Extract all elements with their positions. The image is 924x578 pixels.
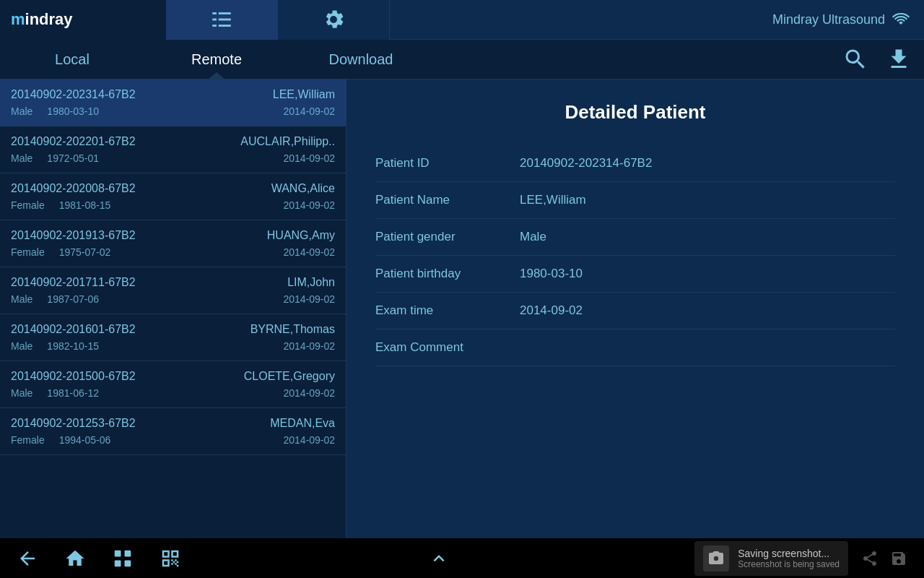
patient-name-cell: HUANG,Amy (267, 229, 335, 242)
logo-text: mindray (11, 10, 73, 29)
screenshot-title: Saving screenshot... (738, 548, 840, 559)
patient-list: 20140902-202314-67B2 Male 1980-03-10 LEE… (0, 79, 346, 538)
screenshot-text-area: Saving screenshot... Screenshot is being… (738, 548, 840, 569)
patient-exam-date: 2014-09-02 (283, 293, 335, 305)
patient-id-cell: 20140902-202201-67B2 (11, 135, 136, 148)
back-button[interactable] (14, 545, 40, 571)
patient-id-cell: 20140902-202008-67B2 (11, 182, 136, 195)
svg-rect-0 (212, 12, 217, 14)
patient-list-item[interactable]: 20140902-202201-67B2 Male 1972-05-01 AUC… (0, 126, 346, 173)
patient-birthday-label: Patient birthday (375, 267, 520, 281)
app-title: Mindray Ultrasound (772, 12, 885, 27)
exam-time-value: 2014-09-02 (520, 303, 583, 318)
svg-rect-5 (219, 25, 231, 27)
patient-id-cell: 20140902-201253-67B2 (11, 417, 136, 430)
detail-row-exam-time: Exam time 2014-09-02 (375, 293, 895, 329)
patient-exam-date: 2014-09-02 (240, 152, 335, 164)
patient-name-label: Patient Name (375, 193, 520, 207)
gear-icon (321, 7, 346, 32)
detail-panel: Detailed Patient Patient ID 20140902-202… (346, 79, 924, 538)
screenshot-toast: Saving screenshot... Screenshot is being… (694, 541, 848, 576)
recents-icon (112, 548, 134, 569)
patient-gender: Male (11, 293, 32, 305)
screenshot-icon (703, 545, 729, 571)
patient-birthday-value: 1980-03-10 (520, 267, 583, 281)
patient-dob: 1981-08-15 (59, 199, 111, 211)
svg-rect-4 (212, 25, 217, 27)
bottom-center-nav (426, 545, 452, 571)
patient-gender-label: Patient gender (375, 230, 520, 244)
patient-dob: 1994-05-06 (59, 434, 111, 446)
patient-list-item[interactable]: 20140902-202008-67B2 Female 1981-08-15 W… (0, 173, 346, 220)
patient-dob: 1981-06-12 (47, 387, 99, 399)
detail-row-patient-id: Patient ID 20140902-202314-67B2 (375, 145, 895, 182)
patient-list-item[interactable]: 20140902-202314-67B2 Male 1980-03-10 LEE… (0, 79, 346, 126)
up-icon (428, 548, 450, 569)
qr-icon (160, 548, 181, 569)
patient-gender: Male (11, 105, 32, 117)
patient-name-value: LEE,William (520, 193, 586, 207)
patient-id-cell: 20140902-201711-67B2 (11, 276, 136, 289)
download-icon (886, 46, 912, 72)
up-button[interactable] (426, 545, 452, 571)
tab-local[interactable]: Local (0, 40, 144, 79)
patient-gender: Male (11, 152, 32, 164)
patient-exam-date: 2014-09-02 (273, 105, 335, 117)
patient-dob: 1980-03-10 (47, 105, 99, 117)
settings-button[interactable] (278, 0, 390, 40)
recents-button[interactable] (110, 545, 136, 571)
tab-download[interactable]: Download (289, 40, 433, 79)
patient-name-cell: WANG,Alice (271, 182, 335, 195)
patient-gender-value: Male (520, 230, 546, 244)
home-button[interactable] (62, 545, 88, 571)
patient-exam-date: 2014-09-02 (270, 434, 335, 446)
detail-row-exam-comment: Exam Comment (375, 329, 895, 366)
patient-meta: Male 1980-03-10 (11, 105, 136, 117)
patient-meta: Female 1994-05-06 (11, 434, 136, 446)
home-icon (64, 548, 86, 569)
list-icon (209, 7, 234, 32)
save-icon (890, 550, 907, 567)
patient-id-label: Patient ID (375, 156, 520, 171)
patient-exam-date: 2014-09-02 (267, 246, 335, 258)
detail-row-patient-gender: Patient gender Male (375, 219, 895, 256)
patient-meta: Male 1982-10-15 (11, 340, 136, 352)
patient-id-cell: 20140902-201500-67B2 (11, 370, 136, 383)
share-icon (861, 550, 879, 567)
patient-name-cell: CLOETE,Gregory (244, 370, 335, 383)
patient-gender: Female (11, 199, 45, 211)
patient-dob: 1987-07-06 (47, 293, 99, 305)
svg-rect-6 (115, 550, 121, 556)
patient-id-cell: 20140902-202314-67B2 (11, 88, 136, 101)
patient-list-item[interactable]: 20140902-201601-67B2 Male 1982-10-15 BYR… (0, 314, 346, 361)
screenshot-save-button[interactable] (888, 548, 910, 569)
tab-remote[interactable]: Remote (144, 40, 289, 79)
svg-rect-9 (125, 560, 131, 566)
qr-button[interactable] (157, 545, 183, 571)
patient-list-item[interactable]: 20140902-201253-67B2 Female 1994-05-06 M… (0, 408, 346, 455)
patient-meta: Female 1981-08-15 (11, 199, 136, 211)
logo-area: mindray (0, 0, 166, 40)
svg-rect-1 (219, 12, 231, 14)
bottom-right-icons (859, 548, 910, 569)
bottom-left-nav (14, 545, 183, 571)
patient-gender: Male (11, 387, 32, 399)
bottom-bar: Saving screenshot... Screenshot is being… (0, 538, 924, 578)
download-button[interactable] (884, 45, 913, 74)
list-view-button[interactable] (166, 0, 278, 40)
patient-list-item[interactable]: 20140902-201500-67B2 Male 1981-06-12 CLO… (0, 361, 346, 408)
detail-row-patient-birthday: Patient birthday 1980-03-10 (375, 256, 895, 293)
patient-exam-date: 2014-09-02 (244, 387, 335, 399)
patient-meta: Male 1981-06-12 (11, 387, 136, 399)
search-icon (842, 46, 868, 72)
patient-dob: 1972-05-01 (47, 152, 99, 164)
detail-row-patient-name: Patient Name LEE,William (375, 182, 895, 219)
patient-meta: Male 1972-05-01 (11, 152, 136, 164)
top-nav-bar: mindray Mindray Ultrasound (0, 0, 924, 40)
patient-list-item[interactable]: 20140902-201913-67B2 Female 1975-07-02 H… (0, 220, 346, 267)
wifi-icon (892, 11, 910, 28)
share-button[interactable] (859, 548, 881, 569)
search-button[interactable] (841, 45, 870, 74)
patient-gender: Male (11, 340, 32, 352)
patient-list-item[interactable]: 20140902-201711-67B2 Male 1987-07-06 LIM… (0, 267, 346, 314)
